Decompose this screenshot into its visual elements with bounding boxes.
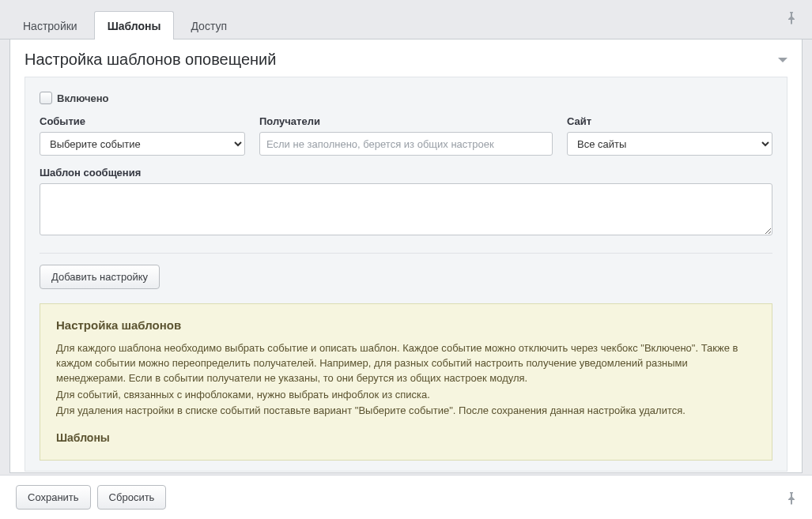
separator	[40, 253, 772, 254]
info-heading: Настройка шаблонов	[56, 318, 756, 332]
template-textarea[interactable]	[40, 183, 772, 235]
tab-settings[interactable]: Настройки	[9, 11, 91, 39]
template-label: Шаблон сообщения	[40, 167, 772, 179]
field-event: Событие Выберите событие	[40, 115, 245, 156]
site-select[interactable]: Все сайты	[567, 132, 772, 156]
event-select[interactable]: Выберите событие	[40, 132, 245, 156]
site-label: Сайт	[567, 115, 772, 127]
panel: Настройка шаблонов оповещений Включено С…	[9, 39, 803, 473]
enabled-checkbox[interactable]	[40, 92, 52, 104]
chevron-down-icon[interactable]	[778, 58, 787, 62]
event-label: Событие	[40, 115, 245, 127]
info-p3: Для удаления настройки в списке событий …	[56, 404, 756, 419]
reset-button[interactable]: Сбросить	[97, 485, 167, 510]
field-template: Шаблон сообщения	[40, 167, 772, 235]
enable-row: Включено	[40, 92, 772, 104]
pin-icon[interactable]	[787, 492, 796, 507]
form-card: Включено Событие Выберите событие Получа…	[25, 77, 787, 472]
tab-access[interactable]: Доступ	[177, 11, 240, 39]
recipients-label: Получатели	[259, 115, 553, 127]
pin-icon[interactable]	[787, 12, 796, 27]
info-p1: Для каждого шаблона необходимо выбрать с…	[56, 341, 756, 386]
panel-title: Настройка шаблонов оповещений	[25, 51, 276, 69]
field-site: Сайт Все сайты	[567, 115, 772, 156]
recipients-input[interactable]	[259, 132, 553, 156]
fields-row: Событие Выберите событие Получатели Сайт…	[40, 115, 772, 156]
info-box: Настройка шаблонов Для каждого шаблона н…	[40, 303, 772, 461]
add-setting-button[interactable]: Добавить настройку	[40, 265, 160, 289]
info-p2: Для событий, связанных с инфоблоками, ну…	[56, 388, 756, 403]
field-recipients: Получатели	[259, 115, 553, 156]
save-button[interactable]: Сохранить	[16, 485, 91, 510]
action-bar: Сохранить Сбросить	[0, 475, 812, 519]
panel-header: Настройка шаблонов оповещений	[10, 39, 802, 77]
enabled-label: Включено	[57, 92, 109, 104]
tab-templates[interactable]: Шаблоны	[94, 11, 175, 39]
info-heading-2: Шаблоны	[56, 431, 756, 444]
tab-bar: Настройки Шаблоны Доступ	[0, 0, 812, 39]
